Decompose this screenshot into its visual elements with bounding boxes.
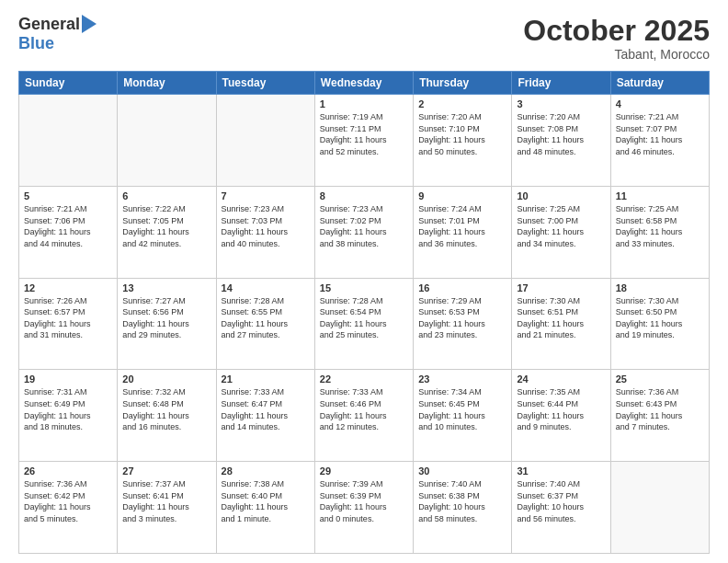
day-info: Sunrise: 7:21 AM Sunset: 7:06 PM Dayligh… bbox=[24, 203, 112, 249]
calendar-table: Sunday Monday Tuesday Wednesday Thursday… bbox=[18, 71, 710, 554]
calendar-cell: 26Sunrise: 7:36 AM Sunset: 6:42 PM Dayli… bbox=[19, 462, 118, 554]
day-info: Sunrise: 7:39 AM Sunset: 6:39 PM Dayligh… bbox=[320, 478, 408, 524]
day-number: 12 bbox=[24, 282, 112, 293]
day-number: 2 bbox=[418, 98, 506, 109]
day-number: 19 bbox=[24, 373, 112, 385]
day-number: 22 bbox=[320, 373, 408, 385]
day-info: Sunrise: 7:21 AM Sunset: 7:07 PM Dayligh… bbox=[616, 111, 704, 157]
day-number: 6 bbox=[122, 190, 210, 201]
calendar-cell: 13Sunrise: 7:27 AM Sunset: 6:56 PM Dayli… bbox=[118, 278, 216, 370]
day-info: Sunrise: 7:33 AM Sunset: 6:46 PM Dayligh… bbox=[320, 386, 408, 432]
day-info: Sunrise: 7:28 AM Sunset: 6:54 PM Dayligh… bbox=[320, 295, 408, 341]
day-number: 25 bbox=[616, 373, 704, 385]
calendar-cell: 10Sunrise: 7:25 AM Sunset: 7:00 PM Dayli… bbox=[512, 186, 610, 278]
calendar-cell bbox=[610, 462, 709, 554]
day-info: Sunrise: 7:38 AM Sunset: 6:40 PM Dayligh… bbox=[222, 478, 310, 524]
day-info: Sunrise: 7:27 AM Sunset: 6:56 PM Dayligh… bbox=[122, 295, 210, 341]
day-number: 11 bbox=[616, 190, 704, 201]
header-monday: Monday bbox=[118, 72, 216, 95]
calendar-cell: 27Sunrise: 7:37 AM Sunset: 6:41 PM Dayli… bbox=[118, 462, 216, 554]
day-number: 24 bbox=[517, 373, 605, 385]
day-number: 31 bbox=[517, 465, 605, 477]
calendar-cell: 16Sunrise: 7:29 AM Sunset: 6:53 PM Dayli… bbox=[414, 278, 512, 370]
calendar-cell: 29Sunrise: 7:39 AM Sunset: 6:39 PM Dayli… bbox=[314, 462, 413, 554]
day-info: Sunrise: 7:29 AM Sunset: 6:53 PM Dayligh… bbox=[418, 295, 506, 341]
header-sunday: Sunday bbox=[19, 72, 118, 95]
title-section: October 2025 Tabant, Morocco bbox=[523, 15, 710, 62]
calendar-cell: 18Sunrise: 7:30 AM Sunset: 6:50 PM Dayli… bbox=[610, 278, 709, 370]
header-thursday: Thursday bbox=[414, 72, 512, 95]
day-number: 30 bbox=[418, 465, 506, 477]
calendar-cell: 2Sunrise: 7:20 AM Sunset: 7:10 PM Daylig… bbox=[414, 95, 512, 187]
header-wednesday: Wednesday bbox=[314, 72, 413, 95]
day-info: Sunrise: 7:25 AM Sunset: 7:00 PM Dayligh… bbox=[517, 203, 605, 249]
day-info: Sunrise: 7:26 AM Sunset: 6:57 PM Dayligh… bbox=[24, 295, 112, 341]
day-info: Sunrise: 7:37 AM Sunset: 6:41 PM Dayligh… bbox=[122, 478, 210, 524]
calendar-cell: 3Sunrise: 7:20 AM Sunset: 7:08 PM Daylig… bbox=[512, 95, 610, 187]
calendar-cell: 21Sunrise: 7:33 AM Sunset: 6:47 PM Dayli… bbox=[216, 370, 314, 462]
calendar-week-1: 1Sunrise: 7:19 AM Sunset: 7:11 PM Daylig… bbox=[19, 95, 710, 187]
day-info: Sunrise: 7:25 AM Sunset: 6:58 PM Dayligh… bbox=[616, 203, 704, 249]
day-number: 14 bbox=[222, 282, 310, 293]
calendar-cell: 24Sunrise: 7:35 AM Sunset: 6:44 PM Dayli… bbox=[512, 370, 610, 462]
day-number: 1 bbox=[320, 98, 408, 109]
calendar-cell: 15Sunrise: 7:28 AM Sunset: 6:54 PM Dayli… bbox=[314, 278, 413, 370]
header: General Blue October 2025 Tabant, Morocc… bbox=[18, 15, 710, 62]
header-friday: Friday bbox=[512, 72, 610, 95]
day-info: Sunrise: 7:35 AM Sunset: 6:44 PM Dayligh… bbox=[517, 386, 605, 432]
day-number: 20 bbox=[122, 373, 210, 385]
calendar-cell: 4Sunrise: 7:21 AM Sunset: 7:07 PM Daylig… bbox=[610, 95, 709, 187]
day-number: 9 bbox=[418, 190, 506, 201]
day-number: 3 bbox=[517, 98, 605, 109]
day-info: Sunrise: 7:24 AM Sunset: 7:01 PM Dayligh… bbox=[418, 203, 506, 249]
day-info: Sunrise: 7:19 AM Sunset: 7:11 PM Dayligh… bbox=[320, 111, 408, 157]
header-saturday: Saturday bbox=[610, 72, 709, 95]
calendar-cell: 25Sunrise: 7:36 AM Sunset: 6:43 PM Dayli… bbox=[610, 370, 709, 462]
day-number: 21 bbox=[222, 373, 310, 385]
calendar-header-row: Sunday Monday Tuesday Wednesday Thursday… bbox=[19, 72, 710, 95]
calendar-week-4: 19Sunrise: 7:31 AM Sunset: 6:49 PM Dayli… bbox=[19, 370, 710, 462]
header-tuesday: Tuesday bbox=[216, 72, 314, 95]
calendar-cell: 20Sunrise: 7:32 AM Sunset: 6:48 PM Dayli… bbox=[118, 370, 216, 462]
day-info: Sunrise: 7:20 AM Sunset: 7:10 PM Dayligh… bbox=[418, 111, 506, 157]
day-number: 17 bbox=[517, 282, 605, 293]
day-number: 7 bbox=[222, 190, 310, 201]
calendar-cell: 17Sunrise: 7:30 AM Sunset: 6:51 PM Dayli… bbox=[512, 278, 610, 370]
calendar-cell: 19Sunrise: 7:31 AM Sunset: 6:49 PM Dayli… bbox=[19, 370, 118, 462]
day-info: Sunrise: 7:33 AM Sunset: 6:47 PM Dayligh… bbox=[222, 386, 310, 432]
calendar-cell: 1Sunrise: 7:19 AM Sunset: 7:11 PM Daylig… bbox=[314, 95, 413, 187]
calendar-cell bbox=[216, 95, 314, 187]
day-number: 8 bbox=[320, 190, 408, 201]
month-title: October 2025 bbox=[523, 15, 710, 47]
calendar-cell: 7Sunrise: 7:23 AM Sunset: 7:03 PM Daylig… bbox=[216, 186, 314, 278]
calendar-cell: 30Sunrise: 7:40 AM Sunset: 6:38 PM Dayli… bbox=[414, 462, 512, 554]
calendar-week-5: 26Sunrise: 7:36 AM Sunset: 6:42 PM Dayli… bbox=[19, 462, 710, 554]
logo-blue-text: Blue bbox=[18, 34, 54, 53]
day-info: Sunrise: 7:36 AM Sunset: 6:42 PM Dayligh… bbox=[24, 478, 112, 524]
calendar-cell: 5Sunrise: 7:21 AM Sunset: 7:06 PM Daylig… bbox=[19, 186, 118, 278]
day-number: 4 bbox=[616, 98, 704, 109]
day-info: Sunrise: 7:40 AM Sunset: 6:38 PM Dayligh… bbox=[418, 478, 506, 524]
day-number: 16 bbox=[418, 282, 506, 293]
calendar-cell: 6Sunrise: 7:22 AM Sunset: 7:05 PM Daylig… bbox=[118, 186, 216, 278]
day-number: 26 bbox=[24, 465, 112, 477]
calendar-cell bbox=[19, 95, 118, 187]
day-info: Sunrise: 7:32 AM Sunset: 6:48 PM Dayligh… bbox=[122, 386, 210, 432]
calendar-cell: 14Sunrise: 7:28 AM Sunset: 6:55 PM Dayli… bbox=[216, 278, 314, 370]
calendar-cell: 8Sunrise: 7:23 AM Sunset: 7:02 PM Daylig… bbox=[314, 186, 413, 278]
calendar-cell: 11Sunrise: 7:25 AM Sunset: 6:58 PM Dayli… bbox=[610, 186, 709, 278]
day-number: 23 bbox=[418, 373, 506, 385]
logo: General Blue bbox=[18, 15, 97, 53]
day-info: Sunrise: 7:31 AM Sunset: 6:49 PM Dayligh… bbox=[24, 386, 112, 432]
logo-general-text: General bbox=[18, 15, 80, 34]
day-number: 15 bbox=[320, 282, 408, 293]
day-info: Sunrise: 7:22 AM Sunset: 7:05 PM Dayligh… bbox=[122, 203, 210, 249]
day-number: 28 bbox=[222, 465, 310, 477]
day-number: 27 bbox=[122, 465, 210, 477]
day-info: Sunrise: 7:30 AM Sunset: 6:50 PM Dayligh… bbox=[616, 295, 704, 341]
calendar-week-3: 12Sunrise: 7:26 AM Sunset: 6:57 PM Dayli… bbox=[19, 278, 710, 370]
day-info: Sunrise: 7:30 AM Sunset: 6:51 PM Dayligh… bbox=[517, 295, 605, 341]
day-info: Sunrise: 7:40 AM Sunset: 6:37 PM Dayligh… bbox=[517, 478, 605, 524]
calendar-week-2: 5Sunrise: 7:21 AM Sunset: 7:06 PM Daylig… bbox=[19, 186, 710, 278]
location: Tabant, Morocco bbox=[523, 47, 710, 62]
